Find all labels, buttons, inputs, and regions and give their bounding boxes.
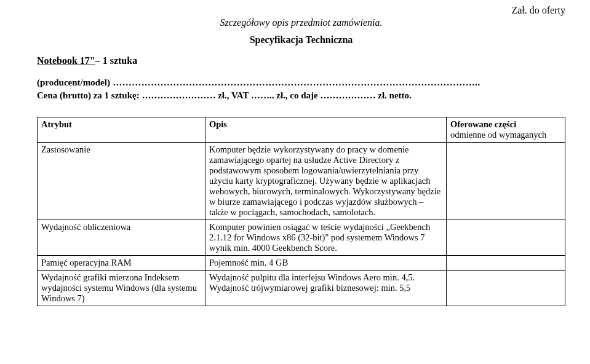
cell-offered: [447, 143, 565, 220]
cell-desc: Komputer będzie wykorzystywany do pracy …: [205, 143, 447, 220]
price-line: Cena (brutto) za 1 sztukę: …………………… zł.,…: [37, 90, 565, 101]
header-offered-line2: odmienne od wymaganych: [450, 130, 546, 140]
producer-label: (producent/model): [37, 77, 110, 87]
document-page: Zał. do oferty Szczegółowy opis przedmio…: [0, 0, 590, 318]
cell-attr: Pamięć operacyjna RAM: [38, 256, 205, 271]
producer-line: (producent/model) ……………………………………………………………: [37, 77, 565, 88]
notebook-line: Notebook 17" – 1 sztuka: [37, 55, 565, 75]
cell-desc: Komputer powinien osiągać w teście wydaj…: [205, 220, 447, 256]
cell-offered: [447, 220, 565, 256]
notebook-label-underline: Notebook 17": [37, 55, 95, 66]
spec-table: Atrybut Opis Oferowane części odmienne o…: [37, 117, 565, 306]
table-row: Zastosowanie Komputer będzie wykorzystyw…: [38, 143, 565, 220]
producer-dots: ……………………………………………………………………………………………………..: [110, 77, 480, 87]
header-description: Opis: [205, 117, 447, 143]
annex-label: Zał. do oferty: [511, 5, 565, 16]
table-row: Wydajność obliczeniowa Komputer powinien…: [38, 220, 565, 256]
table-row: Wydajność grafiki mierzona Indeksem wyda…: [38, 271, 565, 306]
table-row: Pamięć operacyjna RAM Pojemność min. 4 G…: [38, 256, 565, 271]
notebook-label-rest: – 1 sztuka: [95, 55, 137, 66]
cell-desc: Wydajność pulpitu dla interfejsu Windows…: [205, 271, 447, 306]
cell-attr: Wydajność obliczeniowa: [38, 220, 205, 256]
cell-offered: [447, 271, 565, 306]
subtitle-italic: Szczegółowy opis przedmiot zamówienia.: [37, 17, 565, 28]
table-header-row: Atrybut Opis Oferowane części odmienne o…: [38, 117, 565, 143]
cell-desc: Pojemność min. 4 GB: [205, 256, 447, 271]
cell-attr: Zastosowanie: [38, 143, 205, 220]
header-offered: Oferowane części odmienne od wymaganych: [447, 117, 565, 143]
title-bold: Specyfikacja Techniczna: [37, 34, 565, 46]
cell-offered: [447, 256, 565, 271]
cell-attr: Wydajność grafiki mierzona Indeksem wyda…: [38, 271, 205, 306]
header-offered-line1: Oferowane części: [450, 119, 516, 129]
header-attribute: Atrybut: [38, 117, 205, 143]
